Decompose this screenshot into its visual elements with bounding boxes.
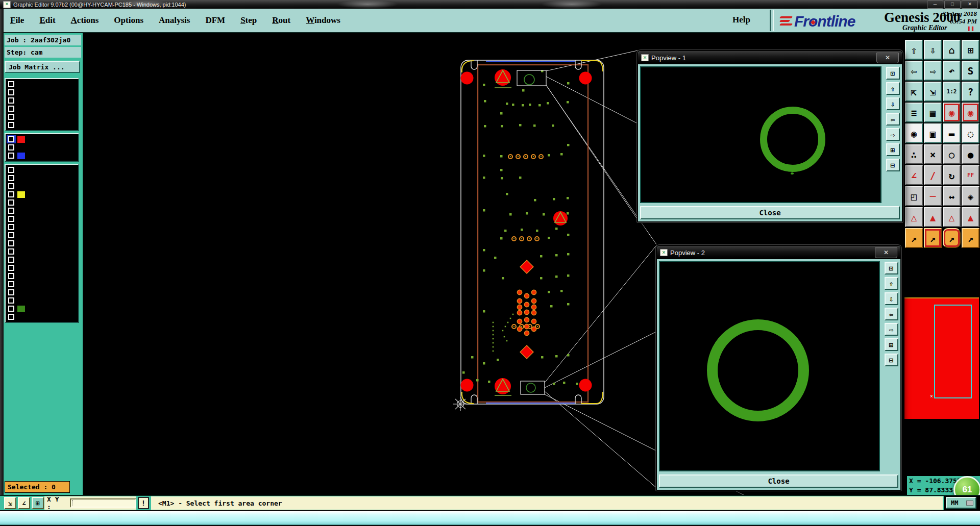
menu-dfm[interactable]: DFM <box>205 15 225 26</box>
layer-row-to[interactable] <box>7 80 77 88</box>
toolbar-button-26[interactable]: ↻ <box>943 165 961 185</box>
layer-color-swatch[interactable] <box>17 191 25 198</box>
layer-checkbox-bs[interactable] <box>8 114 14 120</box>
toolbar-button-11[interactable]: ? <box>962 82 979 102</box>
toolbar-button-19[interactable]: ◌ <box>962 123 979 143</box>
layer-checkbox-tp[interactable] <box>8 175 14 181</box>
popview-tool-4[interactable]: ⇨ <box>886 128 900 141</box>
layer-checkbox-ss[interactable] <box>8 106 14 112</box>
toolbar-button-9[interactable]: ⇲ <box>924 82 942 102</box>
toolbar-button-12[interactable]: ≡ <box>905 103 923 122</box>
layer-checkbox-ts[interactable] <box>8 89 14 95</box>
layer-color-swatch[interactable] <box>17 144 25 151</box>
toolbar-button-14[interactable]: ◉ <box>943 103 961 122</box>
taskbar[interactable] <box>0 510 980 526</box>
popview-tool-1[interactable]: ⇧ <box>886 82 900 95</box>
layer-row-npth[interactable] <box>7 207 77 215</box>
layer-color-swatch[interactable] <box>17 153 25 159</box>
layer-row-ss.d[interactable] <box>7 264 77 272</box>
menu-help[interactable]: Help <box>732 15 750 25</box>
toolbar-button-25[interactable]: / <box>924 165 942 185</box>
toolbar-button-30[interactable]: ↔ <box>943 186 961 206</box>
layer-checkbox-rout.d[interactable] <box>8 297 14 304</box>
layer-checkbox-ydkdrl[interactable] <box>8 199 14 206</box>
layer-row-bp[interactable] <box>7 182 77 190</box>
toolbar-button-2[interactable]: ⌂ <box>943 40 961 60</box>
popview-tool-1[interactable]: ⇧ <box>885 277 898 290</box>
layer-row-ts[interactable] <box>7 88 77 96</box>
overview-minimap[interactable]: × <box>904 297 979 419</box>
toolbar-button-18[interactable]: ▬ <box>943 123 961 143</box>
toolbar-button-5[interactable]: ⇨ <box>924 61 942 81</box>
layer-checkbox-cs[interactable] <box>8 97 14 104</box>
layer-checkbox-to[interactable] <box>8 81 14 87</box>
menu-options[interactable]: Options <box>114 15 143 26</box>
toolbar-button-22[interactable]: ○ <box>943 144 961 164</box>
layer-row-ldi[interactable] <box>7 143 77 152</box>
layer-checkbox-drl[interactable] <box>8 136 14 142</box>
layer-checkbox-rout[interactable] <box>8 153 14 159</box>
layer-row-cvia[interactable] <box>7 215 77 223</box>
toolbar-button-28[interactable]: ◰ <box>905 186 923 206</box>
layer-checkbox-npth[interactable] <box>8 208 14 214</box>
toolbar-button-33[interactable]: ▲ <box>924 207 942 227</box>
toolbar-button-39[interactable]: ↗ <box>962 228 979 248</box>
popview-tool-2[interactable]: ⇩ <box>886 97 900 110</box>
close-button[interactable]: ✕ <box>962 1 978 9</box>
layer-row-cs.d[interactable] <box>7 256 77 264</box>
layer-color-swatch[interactable] <box>17 136 25 143</box>
popview-2-close-button[interactable]: Close <box>659 474 898 488</box>
menu-edit[interactable]: Edit <box>39 15 55 26</box>
layer-row-bs[interactable] <box>7 113 77 121</box>
maximize-button[interactable]: □ <box>944 1 961 9</box>
layer-row-ss[interactable] <box>7 105 77 113</box>
prompt-button[interactable]: ! <box>138 497 149 509</box>
toolbar-button-10[interactable]: 1:2 <box>943 82 961 102</box>
popview-tool-2[interactable]: ⇩ <box>885 292 898 305</box>
popview-tool-4[interactable]: ⇨ <box>885 323 898 336</box>
toolbar-button-7[interactable]: S <box>962 61 979 81</box>
toolbar-button-36[interactable]: ↗ <box>905 228 923 248</box>
layer-checkbox-bo.d[interactable] <box>8 281 14 287</box>
toolbar-button-20[interactable]: ∴ <box>905 144 923 164</box>
layer-row-drill.d[interactable] <box>7 305 77 313</box>
popview-tool-3[interactable]: ⇦ <box>886 113 900 126</box>
popview-1-close-icon[interactable]: ✕ <box>876 53 899 63</box>
popview-tool-5[interactable]: ⊞ <box>886 143 900 156</box>
layer-row-drl.d[interactable] <box>7 288 77 296</box>
layer-checkbox-tp.d[interactable] <box>8 314 14 320</box>
toolbar-button-21[interactable]: × <box>924 144 942 164</box>
toolbar-button-0[interactable]: ⇧ <box>905 40 923 60</box>
menu-file[interactable]: File <box>10 15 24 26</box>
toolbar-button-32[interactable]: △ <box>905 207 923 227</box>
menu-step[interactable]: Step <box>240 15 257 26</box>
layer-row-biaozhu[interactable] <box>7 223 77 231</box>
popview-2-titlebar[interactable]: ✕ Popview - 2 ✕ <box>657 246 900 259</box>
layer-row-tp.d[interactable] <box>7 313 77 321</box>
layer-checkbox-drill.d[interactable] <box>8 306 14 312</box>
layer-checkbox-ss.d[interactable] <box>8 265 14 271</box>
popview-2-close-icon[interactable]: ✕ <box>875 247 897 258</box>
popview-1-titlebar[interactable]: ✕ Popview - 1 ✕ <box>638 51 902 64</box>
layer-checkbox-bp[interactable] <box>8 183 14 189</box>
layer-checkbox-cvia[interactable] <box>8 216 14 222</box>
layer-row-cs[interactable] <box>7 96 77 105</box>
layer-row-ts.d[interactable] <box>7 247 77 256</box>
toolbar-button-31[interactable]: ◈ <box>962 186 979 206</box>
menu-rout[interactable]: Rout <box>272 15 290 26</box>
toolbar-button-29[interactable]: ─ <box>924 186 942 206</box>
layer-checkbox-to.d[interactable] <box>8 240 14 246</box>
layer-checkbox-drill[interactable] <box>8 167 14 173</box>
toolbar-button-17[interactable]: ▣ <box>924 123 942 143</box>
statusbar-button-2[interactable]: ⊞ <box>32 497 44 509</box>
menu-analysis[interactable]: Analysis <box>159 15 190 26</box>
toolbar-button-38[interactable]: ↗ <box>943 228 961 248</box>
layer-row-ydkdrl[interactable] <box>7 198 77 207</box>
layer-checkbox-ts.d[interactable] <box>8 248 14 255</box>
layer-checkbox-bs.d[interactable] <box>8 273 14 279</box>
toolbar-button-15[interactable]: ◉ <box>962 103 979 122</box>
toolbar-button-4[interactable]: ⇦ <box>905 61 923 81</box>
toolbar-button-16[interactable]: ◉ <box>905 123 923 143</box>
popview-2-canvas[interactable] <box>659 261 880 471</box>
layer-color-swatch[interactable] <box>17 306 25 312</box>
